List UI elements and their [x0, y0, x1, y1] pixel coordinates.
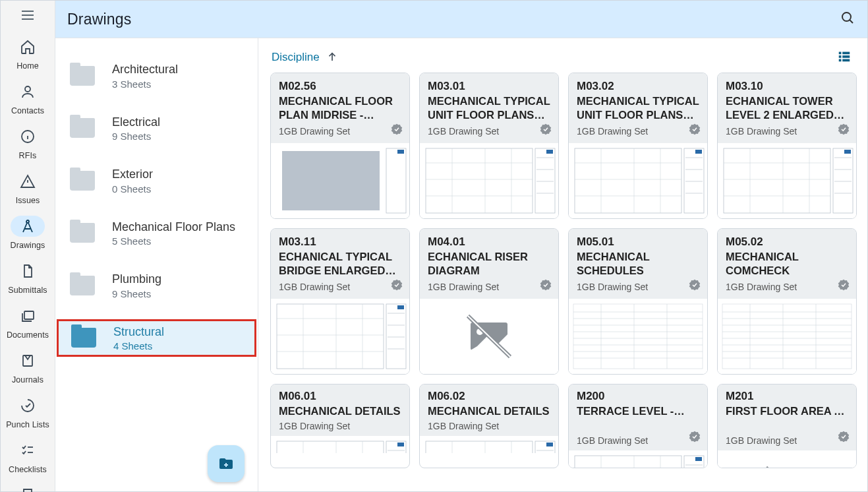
menu-icon[interactable]	[14, 7, 41, 23]
drawing-set: 1GB Drawing Set	[279, 282, 350, 292]
arrow-up-icon[interactable]	[326, 51, 338, 66]
nav-label: Issues	[16, 196, 40, 205]
folder-electrical[interactable]: Electrical 9 Sheets	[55, 109, 258, 148]
drawing-thumbnail	[569, 143, 707, 218]
list-view-icon[interactable]	[837, 49, 852, 66]
folder-sheet-count: 3 Sheets	[112, 78, 178, 90]
drawing-card[interactable]: M201 FIRST FLOOR AREA A - DUCTWORK PLAN …	[717, 384, 857, 468]
drawing-title: MECHANICAL TYPICAL UNIT FLOOR PLANS TO…	[577, 94, 699, 123]
nav-label: Home	[16, 61, 39, 71]
drawing-title: MECHANICAL SCHEDULES	[577, 250, 699, 278]
folder-exterior[interactable]: Exterior 0 Sheets	[55, 162, 258, 200]
folder-icon	[70, 171, 95, 191]
sidebar: Home Contacts RFIs Issues Drawings	[1, 1, 55, 491]
drawing-code: M05.01	[577, 235, 699, 249]
svg-rect-21	[839, 52, 842, 55]
drawing-thumbnail	[420, 299, 558, 374]
drawing-set: 1GB Drawing Set	[428, 421, 499, 431]
drawing-title: MECHANICAL FLOOR PLAN MIDRISE - ROOFP…	[279, 94, 401, 123]
checklist-icon	[11, 440, 45, 461]
nav-rfis[interactable]: RFIs	[1, 119, 55, 164]
nav-documents[interactable]: Documents	[1, 299, 55, 344]
topbar: Drawings	[55, 1, 867, 38]
drawing-code: M200	[577, 390, 699, 403]
folder-structural[interactable]: Structural 4 Sheets	[57, 319, 256, 357]
drawing-title: MECHANICAL DETAILS	[428, 404, 550, 418]
drawing-card[interactable]: M03.01 MECHANICAL TYPICAL UNIT FLOOR PLA…	[419, 73, 559, 219]
drawing-title: ECHANICAL TYPICAL BRIDGE ENLARGED PLAN	[279, 250, 401, 278]
search-icon[interactable]	[840, 10, 855, 28]
content: Discipline M02.56 MECHANICAL FLOOR PLAN …	[258, 38, 867, 491]
document-icon	[11, 261, 45, 282]
verified-icon	[689, 123, 701, 138]
drawing-set: 1GB Drawing Set	[428, 126, 499, 137]
add-folder-button[interactable]	[208, 445, 245, 482]
drawing-thumbnail	[420, 143, 558, 218]
warning-icon	[11, 171, 45, 192]
receipt-icon	[11, 485, 45, 492]
drawing-thumbnail	[718, 143, 856, 218]
folder-mechanical[interactable]: Mechanical Floor Plans 5 Sheets	[55, 214, 258, 253]
svg-rect-26	[842, 59, 850, 62]
verified-icon	[838, 279, 850, 293]
folder-sheet-count: 4 Sheets	[113, 340, 164, 352]
svg-rect-25	[839, 59, 842, 62]
drawing-set: 1GB Drawing Set	[726, 282, 797, 292]
verified-icon	[391, 279, 403, 293]
drawing-card[interactable]: M06.01 MECHANICAL DETAILS 1GB Drawing Se…	[270, 384, 410, 468]
folder-name: Exterior	[112, 167, 153, 182]
folder-sheet-count: 0 Sheets	[112, 183, 153, 195]
nav-label: Documents	[7, 330, 49, 340]
folder-sheet-count: 9 Sheets	[112, 131, 160, 142]
folder-plumbing[interactable]: Plumbing 9 Sheets	[55, 266, 258, 305]
verified-icon	[689, 431, 701, 445]
folder-icon	[70, 276, 95, 295]
folder-sheet-count: 5 Sheets	[112, 235, 235, 247]
svg-rect-24	[842, 55, 850, 58]
nav-submittals[interactable]: Submittals	[1, 254, 55, 299]
drawing-card[interactable]: M03.10 ECHANICAL TOWER LEVEL 2 ENLARGED …	[717, 73, 857, 219]
info-icon	[11, 126, 45, 147]
folder-icon	[71, 328, 96, 348]
drawing-card[interactable]: M200 TERRACE LEVEL - DUCTWORK FLOOR PL… …	[568, 384, 708, 468]
drawing-card[interactable]: M06.02 MECHANICAL DETAILS 1GB Drawing Se…	[419, 384, 559, 468]
drawing-thumbnail	[718, 299, 856, 374]
drawing-title: FIRST FLOOR AREA A - DUCTWORK PLAN	[726, 404, 848, 418]
nav-contacts[interactable]: Contacts	[1, 75, 55, 119]
svg-line-17	[850, 20, 853, 23]
folder-name: Plumbing	[112, 272, 161, 287]
drawing-card[interactable]: M05.02 MECHANICAL COMCHECK 1GB Drawing S…	[717, 228, 857, 375]
drawing-card[interactable]: M04.01 ECHANICAL RISER DIAGRAM 1GB Drawi…	[419, 228, 559, 375]
nav-home[interactable]: Home	[1, 30, 55, 75]
drawing-card[interactable]: M05.01 MECHANICAL SCHEDULES 1GB Drawing …	[568, 228, 708, 375]
folder-name: Mechanical Floor Plans	[112, 220, 235, 235]
folder-icon	[70, 66, 95, 86]
nav-issues[interactable]: Issues	[1, 164, 55, 209]
nav-drawings[interactable]: Drawings	[1, 209, 55, 254]
drawing-code: M03.10	[726, 80, 848, 93]
folder-sheet-count: 9 Sheets	[112, 288, 161, 299]
nav-requisition[interactable]: Requisition	[1, 478, 55, 492]
main: Drawings Architectural 3 Sheets	[55, 1, 867, 491]
compass-icon	[11, 216, 45, 237]
page-title: Drawings	[67, 11, 131, 28]
folder-architectural[interactable]: Architectural 3 Sheets	[55, 57, 258, 95]
drawing-thumbnail	[569, 450, 707, 468]
svg-rect-11	[23, 355, 32, 366]
drawing-card[interactable]: M03.11 ECHANICAL TYPICAL BRIDGE ENLARGED…	[270, 228, 410, 375]
nav-journals[interactable]: Journals	[1, 344, 55, 388]
drawing-code: M03.02	[577, 80, 699, 93]
nav-checklists[interactable]: Checklists	[1, 433, 55, 478]
folder-name: Architectural	[112, 62, 178, 77]
nav-label: Checklists	[9, 465, 47, 474]
sort-bar: Discipline	[270, 49, 861, 66]
nav-punch-lists[interactable]: Punch Lists	[1, 388, 55, 433]
drawing-card[interactable]: M02.56 MECHANICAL FLOOR PLAN MIDRISE - R…	[270, 73, 410, 219]
drawing-card[interactable]: M03.02 MECHANICAL TYPICAL UNIT FLOOR PLA…	[568, 73, 708, 219]
svg-rect-22	[842, 52, 850, 55]
drawing-code: M03.11	[279, 235, 401, 249]
drawing-title: MECHANICAL TYPICAL UNIT FLOOR PLANS TO…	[428, 94, 550, 123]
drawing-grid: M02.56 MECHANICAL FLOOR PLAN MIDRISE - R…	[270, 73, 861, 474]
drawing-thumbnail	[271, 143, 409, 218]
sort-column-button[interactable]: Discipline	[272, 51, 320, 64]
